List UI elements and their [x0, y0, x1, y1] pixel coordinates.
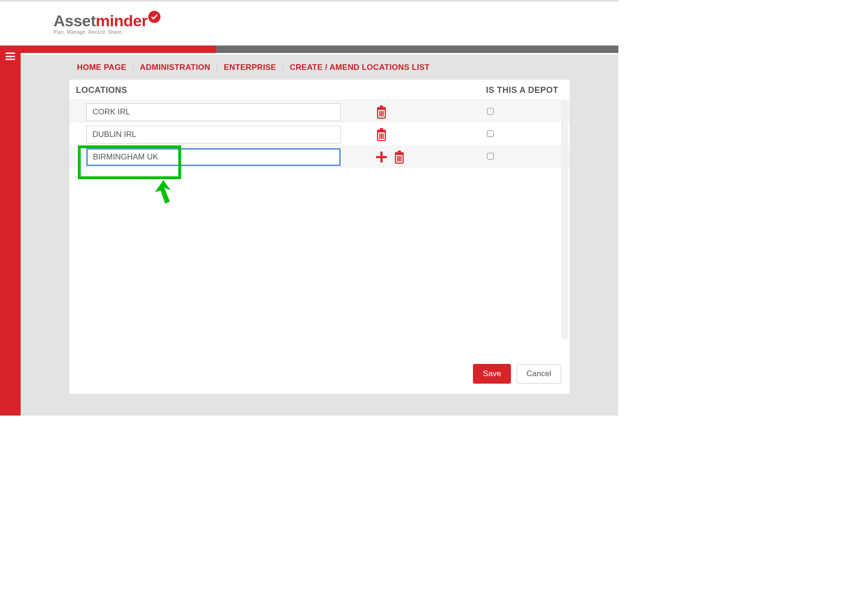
card-footer: Save Cancel: [473, 364, 561, 384]
location-input[interactable]: [86, 148, 341, 166]
locations-card: LOCATIONS IS THIS A DEPOT Save Cancel: [69, 80, 570, 394]
location-input[interactable]: [86, 126, 341, 144]
svg-rect-6: [380, 128, 383, 130]
content-area: HOME PAGE | ADMINISTRATION | ENTERPRISE …: [21, 54, 618, 416]
depot-checkbox[interactable]: [487, 153, 494, 159]
nav-stripe: [0, 45, 618, 53]
card-header: LOCATIONS IS THIS A DEPOT: [69, 80, 570, 100]
breadcrumb-enterprise[interactable]: ENTERPRISE: [224, 63, 276, 72]
brand-tagline: Plan. Manage. Record. Share.: [53, 30, 160, 35]
svg-rect-1: [380, 106, 383, 107]
trash-icon[interactable]: [374, 128, 388, 142]
cancel-button[interactable]: Cancel: [517, 364, 561, 384]
svg-rect-12: [395, 152, 404, 154]
breadcrumb-current: CREATE / AMEND LOCATIONS LIST: [289, 63, 429, 72]
location-row: [69, 123, 570, 145]
panel-title: LOCATIONS: [76, 85, 127, 95]
logo-bar: Assetminder Plan. Manage. Record. Share.: [0, 1, 618, 45]
location-row: [69, 100, 570, 123]
svg-marker-17: [155, 180, 171, 204]
breadcrumb-home[interactable]: HOME PAGE: [77, 63, 126, 72]
svg-rect-11: [376, 156, 387, 159]
annotation-arrow-icon: [155, 180, 176, 210]
sidebar: [0, 47, 21, 416]
brand-check-icon: [148, 11, 160, 23]
depot-checkbox[interactable]: [487, 130, 494, 137]
breadcrumb-sep: |: [216, 63, 218, 72]
scrollbar[interactable]: [561, 100, 568, 340]
save-button[interactable]: Save: [473, 364, 511, 384]
brand-word-minder: minder: [96, 13, 147, 29]
add-icon[interactable]: [374, 150, 388, 164]
locations-grid: [69, 100, 570, 168]
depot-checkbox[interactable]: [487, 108, 494, 114]
location-row: [69, 145, 570, 168]
brand-logo: Assetminder Plan. Manage. Record. Share.: [53, 13, 160, 35]
breadcrumb-sep: |: [132, 63, 134, 72]
panel-depot-header: IS THIS A DEPOT: [486, 85, 558, 95]
hamburger-icon[interactable]: [6, 53, 15, 60]
svg-rect-5: [377, 130, 386, 132]
trash-icon[interactable]: [374, 105, 388, 119]
location-input[interactable]: [86, 103, 341, 121]
breadcrumb: HOME PAGE | ADMINISTRATION | ENTERPRISE …: [21, 54, 618, 80]
breadcrumb-admin[interactable]: ADMINISTRATION: [140, 63, 210, 72]
brand-word-asset: Asset: [53, 13, 96, 29]
svg-rect-13: [398, 151, 401, 152]
svg-rect-0: [377, 107, 386, 109]
breadcrumb-sep: |: [282, 63, 284, 72]
trash-icon[interactable]: [392, 150, 406, 164]
